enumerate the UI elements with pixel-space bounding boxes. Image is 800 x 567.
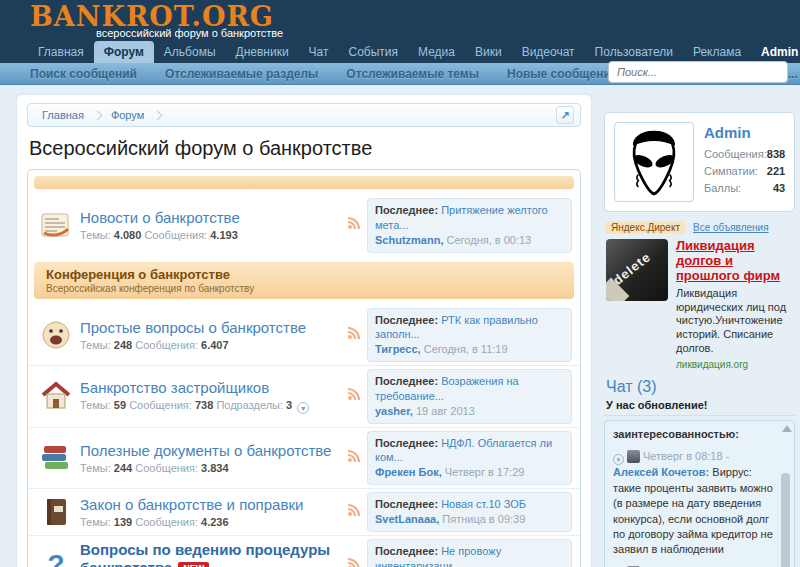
- svg-text:?: ?: [47, 549, 64, 567]
- forum-row-developers: Банкротство застройщиков Темы: 59 Сообще…: [28, 365, 580, 427]
- chat-time: Четверг в 08:18 -: [643, 450, 729, 462]
- chat-text: Виррус: такие проценты заявить можно (в …: [613, 466, 773, 555]
- last-post-box: Последнее: НДФЛ. Облагается ли ком... Фр…: [367, 431, 572, 486]
- search-input[interactable]: [608, 61, 788, 83]
- rss-icon[interactable]: [347, 387, 367, 405]
- site-header: BANKROT.ORG всероссийский форум о банкро…: [0, 0, 800, 63]
- last-post-box: Последнее: Возражения на требование... y…: [367, 369, 572, 424]
- tab-media[interactable]: Медиа: [408, 41, 465, 63]
- rss-icon[interactable]: [347, 326, 367, 344]
- last-post-time: 19 авг 2013: [416, 405, 475, 417]
- forum-link[interactable]: Закон о банкротстве и поправки: [80, 496, 303, 513]
- main-column: Главная Форум ↗ Всероссийский форум о ба…: [16, 94, 592, 567]
- category-title: Конференция о банкротстве: [46, 267, 562, 282]
- chat-overflow-text: заинтересованностью:: [613, 427, 774, 442]
- ad-image-delete-key[interactable]: delete: [606, 239, 668, 301]
- last-post-box: Последнее: Не провожу инвентаризаци... Д…: [367, 539, 572, 567]
- chat-message: ▾Четверг в 08:18 - Алексей Кочетов: Вирр…: [613, 449, 774, 558]
- last-post-author[interactable]: Schutzmann,: [375, 234, 443, 246]
- visitor-panel: Admin Сообщения:838 Симпатии:221 Баллы:4…: [604, 112, 795, 212]
- ad-block: delete Ликвидация долгов и прошлого фирм…: [606, 239, 793, 370]
- tab-forum[interactable]: Форум: [94, 41, 154, 63]
- avatar[interactable]: [627, 450, 640, 463]
- jump-to-bottom-button[interactable]: ↗: [556, 106, 574, 124]
- tab-wiki[interactable]: Вики: [465, 41, 512, 63]
- rss-icon[interactable]: [347, 449, 367, 467]
- forum-page: BANKROT.ORG всероссийский форум о банкро…: [0, 0, 800, 567]
- forum-stats: Темы: 244 Сообщения: 3.834: [80, 462, 347, 474]
- main-nav: Главная Форум Альбомы Дневники Чат Событ…: [0, 35, 800, 63]
- breadcrumb: Главная Форум ↗: [27, 103, 581, 127]
- last-post-author[interactable]: Фрекен Бок,: [375, 466, 442, 478]
- tab-blogs[interactable]: Дневники: [226, 41, 299, 63]
- ad-title-link[interactable]: Ликвидация долгов и прошлого фирм: [676, 239, 793, 284]
- tab-chat[interactable]: Чат: [299, 41, 339, 63]
- tab-ads[interactable]: Реклама: [683, 41, 751, 63]
- forum-link[interactable]: Новости о банкротстве: [80, 209, 240, 226]
- last-post-time: Сегодня, в 11:19: [424, 343, 508, 355]
- category-bar-conference[interactable]: Конференция о банкротстве Всероссийская …: [34, 262, 574, 299]
- rss-icon[interactable]: [347, 557, 367, 567]
- forum-link[interactable]: Полезные документы о банкротстве: [80, 442, 331, 459]
- forum-row-news: Новости о банкротстве Темы: 4.080 Сообще…: [28, 195, 580, 256]
- forum-stats: Темы: 248 Сообщения: 6.407: [80, 339, 347, 351]
- stat-points: Баллы:43: [704, 180, 785, 197]
- subnav-watched-forums[interactable]: Отслеживаемые разделы: [165, 67, 318, 81]
- last-post-link[interactable]: Новая ст.10 ЗОБ: [441, 498, 526, 510]
- rss-icon[interactable]: [347, 503, 367, 521]
- forum-row-documents: Полезные документы о банкротстве Темы: 2…: [28, 427, 580, 489]
- breadcrumb-forum[interactable]: Форум: [103, 109, 152, 121]
- category-bar-news[interactable]: [34, 176, 574, 189]
- forum-stats: Темы: 4.080 Сообщения: 4.193: [80, 229, 347, 241]
- tab-events[interactable]: События: [339, 41, 409, 63]
- chat-scrollbar: [780, 425, 791, 567]
- avatar[interactable]: [614, 122, 694, 202]
- question-mark-icon: ?: [38, 548, 76, 567]
- rss-icon[interactable]: [347, 216, 367, 234]
- chevron-down-icon[interactable]: ▾: [613, 454, 624, 465]
- subnav-more[interactable]: ...: [788, 67, 798, 81]
- username-link[interactable]: Admin: [704, 124, 785, 141]
- all-ads-link[interactable]: Все объявления: [693, 222, 769, 233]
- last-post-author[interactable]: SvetLanaaa,: [375, 513, 439, 525]
- forum-link[interactable]: Банкротство застройщиков: [80, 379, 269, 396]
- chat-box: заинтересованностью: ▾Четверг в 08:18 - …: [604, 420, 795, 567]
- tab-albums[interactable]: Альбомы: [154, 41, 226, 63]
- last-post-author[interactable]: Тигресс,: [375, 343, 421, 355]
- last-post-time: Пятница в 09:39: [442, 513, 525, 525]
- last-post-author[interactable]: yasher,: [375, 405, 413, 417]
- scroll-up-arrow[interactable]: [782, 425, 792, 432]
- subforums-toggle[interactable]: ▾: [297, 402, 309, 414]
- books-icon: [38, 440, 76, 476]
- category-subtitle: Всероссийская конференция по банкротству: [46, 283, 562, 294]
- forum-stats: Темы: 59 Сообщения: 738 Подразделы: 3 ▾: [80, 399, 347, 415]
- ad-domain-link[interactable]: ликвидация.org: [676, 359, 793, 370]
- tab-home[interactable]: Главная: [28, 41, 94, 63]
- subnav-watched-threads[interactable]: Отслеживаемые темы: [346, 67, 479, 81]
- forum-link[interactable]: Простые вопросы о банкротстве: [80, 319, 306, 336]
- forum-row-procedure: ? Вопросы по ведению процедуры банкротст…: [28, 535, 580, 567]
- chat-author-link[interactable]: Алексей Кочетов:: [613, 466, 709, 478]
- scrollbar-thumb[interactable]: [781, 473, 790, 567]
- chat-heading[interactable]: Чат (3): [606, 378, 793, 396]
- face-icon: [38, 317, 76, 353]
- subnav-search-posts[interactable]: Поиск сообщений: [30, 67, 137, 81]
- tab-videochat[interactable]: Видеочат: [512, 41, 585, 63]
- chevron-right-icon: [153, 110, 163, 120]
- last-post-time: Сегодня, в 00:13: [447, 234, 532, 246]
- stat-likes: Симпатии:221: [704, 163, 785, 180]
- yandex-direct-label: Яндекс.Директ: [606, 221, 685, 234]
- tab-users[interactable]: Пользователи: [585, 41, 683, 63]
- alien-avatar-image: [615, 123, 693, 201]
- newspaper-icon: [38, 207, 76, 243]
- last-post-box: Последнее: Новая ст.10 ЗОБ SvetLanaaa, П…: [367, 492, 572, 532]
- breadcrumb-home[interactable]: Главная: [34, 109, 92, 121]
- last-post-box: Последнее: РТК как правильно заполн... Т…: [367, 308, 572, 363]
- subnav-new-posts[interactable]: Новые сообщения: [507, 67, 618, 81]
- yandex-direct-bar: Яндекс.Директ Все объявления: [606, 221, 793, 234]
- last-post-time: Четверг в 17:29: [445, 466, 525, 478]
- last-post-box: Последнее: Притяжение желтого мета... Sc…: [367, 198, 572, 253]
- page-title: Всероссийский форум о банкротстве: [29, 137, 579, 160]
- tab-account-admin[interactable]: Admin: [751, 41, 800, 63]
- site-tagline: всероссийский форум о банкротстве: [96, 27, 283, 39]
